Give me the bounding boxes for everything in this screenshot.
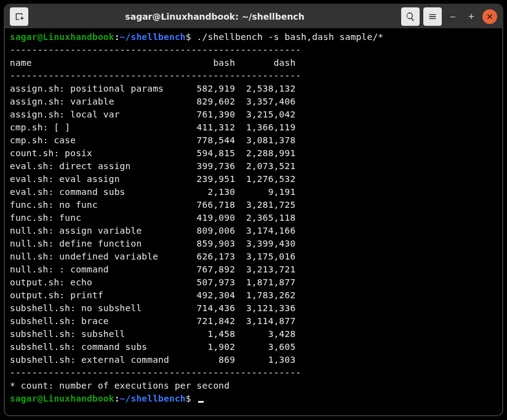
table-row: output.sh: echo 507,973 1,871,877 — [10, 276, 497, 289]
table-row: subshell.sh: no subshell 714,436 3,121,3… — [10, 302, 497, 315]
table-row: cmp.sh: [ ] 411,312 1,366,119 — [10, 121, 497, 134]
prompt-dollar: $ — [186, 394, 197, 403]
minimize-button[interactable]: ─ — [445, 9, 460, 24]
table-row: null.sh: undefined variable 626,173 3,17… — [10, 250, 497, 263]
command-text: ./shellbench -s bash,dash sample/* — [197, 32, 384, 42]
table-row: assign.sh: local var 761,390 3,215,042 — [10, 108, 497, 121]
hamburger-icon — [428, 12, 437, 22]
minimize-icon: ─ — [450, 12, 455, 22]
prompt-user: sagar@Linuxhandbook — [10, 394, 114, 403]
prompt-line: sagar@Linuxhandbook:~/shellbench$ — [10, 392, 497, 405]
maximize-button[interactable]: + — [464, 9, 479, 24]
table-row: assign.sh: positional params 582,919 2,5… — [10, 82, 497, 95]
search-button[interactable] — [401, 7, 420, 26]
prompt-colon: : — [114, 394, 120, 403]
titlebar: sagar@Linuxhandbook: ~/shellbench ─ + — [5, 5, 502, 28]
table-row: null.sh: : command 767,892 3,213,721 — [10, 263, 497, 276]
maximize-icon: + — [468, 12, 474, 22]
table-row: subshell.sh: external command 869 1,303 — [10, 354, 497, 367]
close-icon — [486, 13, 493, 20]
command-line: sagar@Linuxhandbook:~/shellbench$ ./shel… — [10, 31, 497, 44]
table-row: subshell.sh: brace 721,842 3,114,877 — [10, 315, 497, 328]
divider: ----------------------------------------… — [10, 69, 497, 82]
window-title: sagar@Linuxhandbook: ~/shellbench — [32, 12, 397, 22]
divider: ----------------------------------------… — [10, 44, 497, 57]
divider: ----------------------------------------… — [10, 367, 497, 379]
table-row: eval.sh: command subs 2,130 9,191 — [10, 186, 497, 199]
table-row: eval.sh: eval assign 239,951 1,276,532 — [10, 173, 497, 186]
table-header: name bash dash — [10, 57, 497, 69]
prompt-path: ~/shellbench — [120, 32, 186, 42]
table-row: subshell.sh: subshell 1,458 3,428 — [10, 328, 497, 341]
table-row: null.sh: assign variable 809,006 3,174,1… — [10, 224, 497, 237]
prompt-dollar: $ — [186, 32, 197, 42]
table-row: count.sh: posix 594,815 2,288,991 — [10, 147, 497, 160]
prompt-path: ~/shellbench — [120, 394, 186, 403]
cursor — [198, 401, 204, 403]
menu-button[interactable] — [423, 7, 442, 26]
close-button[interactable] — [482, 9, 497, 24]
table-row: cmp.sh: case 778,544 3,081,378 — [10, 134, 497, 147]
terminal-body[interactable]: sagar@Linuxhandbook:~/shellbench$ ./shel… — [5, 28, 502, 415]
table-row: eval.sh: direct assign 399,736 2,073,521 — [10, 160, 497, 173]
table-row: assign.sh: variable 829,602 3,357,406 — [10, 95, 497, 108]
footer-note: * count: number of executions per second — [10, 379, 497, 392]
new-tab-button[interactable] — [10, 7, 28, 26]
terminal-window: sagar@Linuxhandbook: ~/shellbench ─ + sa… — [4, 4, 503, 416]
prompt-user: sagar@Linuxhandbook — [10, 32, 114, 42]
table-row: func.sh: func 419,090 2,365,118 — [10, 212, 497, 224]
new-tab-icon — [14, 12, 24, 22]
table-row: null.sh: define function 859,903 3,399,4… — [10, 237, 497, 250]
table-row: output.sh: printf 492,304 1,783,262 — [10, 289, 497, 302]
table-row: func.sh: no func 766,718 3,281,725 — [10, 199, 497, 212]
search-icon — [405, 12, 415, 22]
prompt-colon: : — [114, 32, 120, 42]
table-row: subshell.sh: command subs 1,902 3,605 — [10, 341, 497, 354]
